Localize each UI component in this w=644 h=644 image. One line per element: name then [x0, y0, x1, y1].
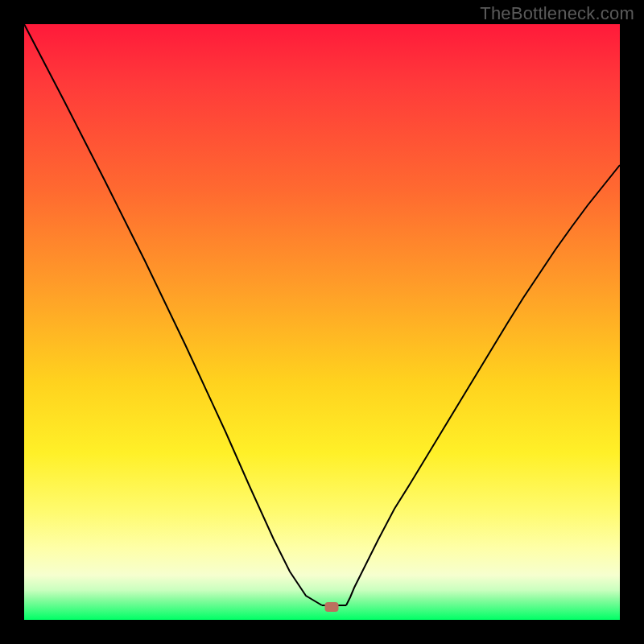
curve-left-branch — [24, 24, 322, 605]
optimum-marker — [325, 602, 339, 612]
attribution-text: TheBottleneck.com — [480, 3, 634, 24]
curve-svg — [24, 24, 620, 620]
curve-right-branch — [346, 165, 620, 605]
plot-area — [24, 24, 620, 620]
